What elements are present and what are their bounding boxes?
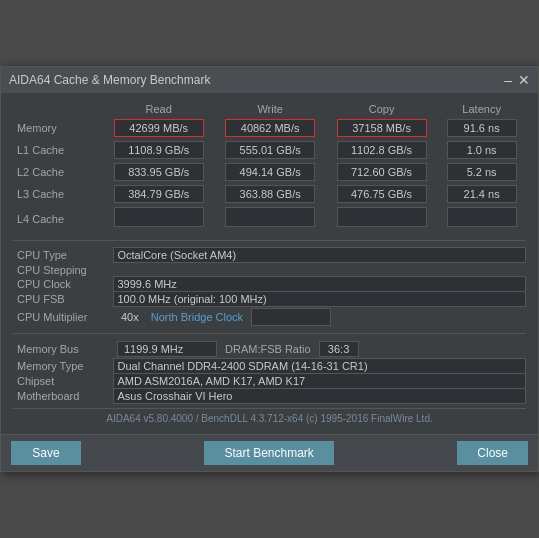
cpu-label-3: CPU FSB — [13, 292, 113, 307]
save-button[interactable]: Save — [11, 441, 81, 465]
mem-label-3: Motherboard — [13, 389, 113, 404]
mem-value-0: 1199.9 MHzDRAM:FSB Ratio36:3 — [113, 340, 526, 359]
cpu-value-4: 40xNorth Bridge Clock — [113, 307, 526, 327]
minimize-button[interactable]: – — [504, 73, 512, 87]
mem-label-2: Chipset — [13, 374, 113, 389]
bench-read-2: 833.95 GB/s — [103, 161, 214, 183]
title-bar-controls: – ✕ — [504, 73, 530, 87]
window-title: AIDA64 Cache & Memory Benchmark — [9, 73, 210, 87]
col-copy: Copy — [326, 101, 437, 117]
col-write: Write — [214, 101, 325, 117]
bench-write-2: 494.14 GB/s — [214, 161, 325, 183]
cpu-label-1: CPU Stepping — [13, 263, 113, 277]
bench-write-4 — [214, 205, 325, 232]
cpu-info-table: CPU TypeOctalCore (Socket AM4)CPU Steppi… — [13, 247, 526, 327]
benchmark-table: Read Write Copy Latency Memory42699 MB/s… — [13, 101, 526, 232]
divider-1 — [13, 240, 526, 241]
cpu-label-2: CPU Clock — [13, 277, 113, 292]
bench-read-1: 1108.9 GB/s — [103, 139, 214, 161]
close-button-bottom[interactable]: Close — [457, 441, 528, 465]
bench-write-1: 555.01 GB/s — [214, 139, 325, 161]
bench-write-0: 40862 MB/s — [214, 117, 325, 139]
bench-copy-2: 712.60 GB/s — [326, 161, 437, 183]
cpu-value-1 — [113, 263, 526, 277]
title-bar: AIDA64 Cache & Memory Benchmark – ✕ — [1, 67, 538, 93]
mem-label-0: Memory Bus — [13, 340, 113, 359]
bench-latency-1: 1.0 ns — [437, 139, 526, 161]
start-benchmark-button[interactable]: Start Benchmark — [204, 441, 333, 465]
bench-row-label-1: L1 Cache — [13, 139, 103, 161]
mem-label-1: Memory Type — [13, 359, 113, 374]
mem-value-3: Asus Crosshair VI Hero — [113, 389, 526, 404]
bench-latency-2: 5.2 ns — [437, 161, 526, 183]
main-window: AIDA64 Cache & Memory Benchmark – ✕ Read… — [0, 66, 539, 472]
content-area: Read Write Copy Latency Memory42699 MB/s… — [1, 93, 538, 434]
cpu-value-2: 3999.6 MHz — [113, 277, 526, 292]
footer-text: AIDA64 v5.80.4000 / BenchDLL 4.3.712-x64… — [13, 408, 526, 426]
cpu-label-4: CPU Multiplier — [13, 307, 113, 328]
bench-read-3: 384.79 GB/s — [103, 183, 214, 205]
cpu-value-0: OctalCore (Socket AM4) — [113, 248, 526, 263]
bench-row-label-3: L3 Cache — [13, 183, 103, 205]
button-bar: Save Start Benchmark Close — [1, 434, 538, 471]
divider-2 — [13, 333, 526, 334]
memory-info-table: Memory Bus1199.9 MHzDRAM:FSB Ratio36:3Me… — [13, 340, 526, 404]
cpu-value-3: 100.0 MHz (original: 100 MHz) — [113, 292, 526, 307]
mem-value-1: Dual Channel DDR4-2400 SDRAM (14-16-31 C… — [113, 359, 526, 374]
bench-row-label-0: Memory — [13, 117, 103, 139]
close-button[interactable]: ✕ — [518, 73, 530, 87]
bench-row-label-2: L2 Cache — [13, 161, 103, 183]
bench-copy-3: 476.75 GB/s — [326, 183, 437, 205]
bench-write-3: 363.88 GB/s — [214, 183, 325, 205]
bench-latency-0: 91.6 ns — [437, 117, 526, 139]
col-read: Read — [103, 101, 214, 117]
cpu-label-0: CPU Type — [13, 248, 113, 263]
bench-latency-3: 21.4 ns — [437, 183, 526, 205]
mem-value-2: AMD ASM2016A, AMD K17, AMD K17 — [113, 374, 526, 389]
bench-read-0: 42699 MB/s — [103, 117, 214, 139]
bench-copy-0: 37158 MB/s — [326, 117, 437, 139]
bench-copy-1: 1102.8 GB/s — [326, 139, 437, 161]
bench-row-label-4: L4 Cache — [13, 205, 103, 232]
bench-copy-4 — [326, 205, 437, 232]
bench-read-4 — [103, 205, 214, 232]
col-latency: Latency — [437, 101, 526, 117]
bench-latency-4 — [437, 205, 526, 232]
